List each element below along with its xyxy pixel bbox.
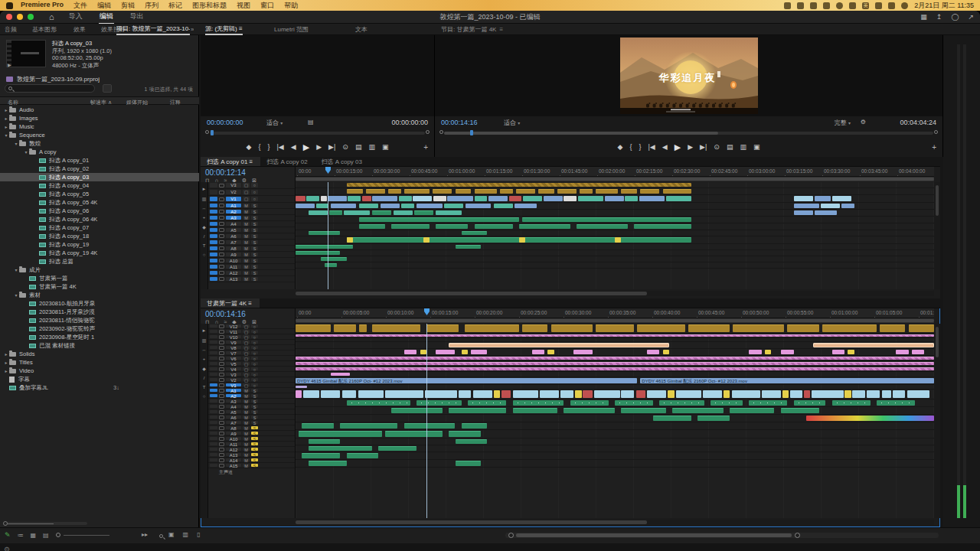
timeline-clip[interactable] <box>296 251 340 255</box>
lock-icon[interactable] <box>219 362 224 366</box>
timeline-hscrollbar[interactable] <box>505 533 939 538</box>
timeline-clip[interactable] <box>347 237 353 243</box>
timeline-clip[interactable] <box>471 350 487 354</box>
timeline-clip[interactable] <box>781 408 819 413</box>
timeline-clip[interactable] <box>342 390 356 398</box>
track-header-A9[interactable]: A9MS <box>208 252 295 258</box>
timeline-clip[interactable] <box>749 400 787 406</box>
timeline-mid-workbar[interactable] <box>296 177 934 181</box>
slip-tool[interactable]: ◆ <box>202 366 206 371</box>
track-header-V7[interactable]: V7▢○ <box>208 350 295 356</box>
mute-button-A6[interactable]: M <box>243 416 250 419</box>
timeline-clip[interactable] <box>296 245 353 249</box>
track-header-A9[interactable]: A9MS <box>208 431 295 436</box>
timeline-clip[interactable] <box>577 224 628 229</box>
toggle-track-output-eye-icon[interactable]: ○ <box>251 197 258 201</box>
timeline-clip[interactable] <box>466 204 491 208</box>
spotlight-icon[interactable] <box>888 2 895 9</box>
track-name-A1[interactable]: A1 <box>226 389 241 392</box>
lock-icon[interactable] <box>219 383 224 387</box>
icon-view-icon[interactable]: ▦ <box>31 532 37 539</box>
track-header-A2[interactable]: A2MS <box>208 393 295 399</box>
button-editor-plus[interactable]: + <box>932 143 936 152</box>
source-target-A8[interactable] <box>210 246 217 250</box>
source-target-A2[interactable] <box>210 210 217 214</box>
track-header-V12[interactable]: V12▢○ <box>208 324 295 329</box>
track-header-A6[interactable]: A6MS <box>208 415 295 420</box>
timeline-clip[interactable] <box>475 189 497 194</box>
toggle-track-output-eye-icon[interactable]: ○ <box>251 373 258 376</box>
timeline-clip[interactable] <box>730 408 774 413</box>
tree-item[interactable]: 扫选 A copy_19 <box>0 240 199 249</box>
mute-button-A8[interactable]: M <box>243 426 250 429</box>
extract-button[interactable]: ▥ <box>368 143 375 151</box>
source-target-V8[interactable] <box>210 346 217 349</box>
timeline-clip[interactable] <box>321 390 340 398</box>
timeline-clip[interactable] <box>456 439 488 444</box>
track-name-V12[interactable]: V12 <box>226 324 241 328</box>
timeline-clip[interactable] <box>462 423 487 429</box>
settings-wrench-icon[interactable]: ⚙ <box>861 119 866 126</box>
ripple-edit-tool[interactable]: ↔ <box>202 347 207 352</box>
timeline-clip[interactable] <box>540 390 559 398</box>
lock-icon[interactable] <box>219 335 224 339</box>
lock-icon[interactable] <box>219 330 224 334</box>
sync-lock-icon[interactable]: ▢ <box>243 335 250 338</box>
add-marker-button[interactable]: ◆ <box>618 143 623 151</box>
sync-lock-icon[interactable]: ▢ <box>243 367 250 370</box>
track-name-A6[interactable]: A6 <box>226 234 241 238</box>
track-name-V2[interactable]: V2 <box>226 190 241 194</box>
tab-project[interactable]: 项目: 敦煌第一篇_2023-10-09≡ <box>116 24 190 35</box>
battery-icon[interactable] <box>901 2 908 9</box>
timeline-clip[interactable]: DYDY 4615 Gimbal 配乐 2160P Oct- #12 2023.… <box>296 378 637 383</box>
timeline-clip[interactable] <box>306 196 319 201</box>
timeline-clip[interactable] <box>647 390 666 398</box>
timeline-clip[interactable] <box>580 189 593 194</box>
timeline-clip[interactable] <box>388 189 401 194</box>
pen-tool[interactable]: / <box>204 376 205 380</box>
track-name-A10[interactable]: A10 <box>226 259 241 262</box>
timeline-clip[interactable] <box>790 390 803 398</box>
toggle-track-output-eye-icon[interactable]: ○ <box>251 341 258 344</box>
timeline-clip[interactable] <box>309 231 341 235</box>
timeline-clip[interactable] <box>848 350 854 354</box>
workspace-tab-导出[interactable]: 导出 <box>129 11 145 24</box>
source-target-A2[interactable] <box>210 394 217 397</box>
solo-button-A10[interactable]: S <box>251 437 258 440</box>
project-hscrollbar[interactable] <box>3 522 87 525</box>
source-target-V1[interactable] <box>210 197 217 201</box>
lock-icon[interactable] <box>219 453 224 457</box>
mark-out-button[interactable]: } <box>639 143 641 151</box>
timeline-clip[interactable] <box>309 439 341 444</box>
track-name-A8[interactable]: A8 <box>226 426 241 429</box>
lock-icon[interactable] <box>219 246 224 250</box>
menu-5[interactable]: 标记 <box>168 1 182 11</box>
track-header-V3[interactable]: V3▢○ <box>208 182 295 189</box>
track-name-V6[interactable]: V6 <box>226 357 241 360</box>
timeline-clip[interactable] <box>583 390 593 398</box>
timeline-clip[interactable] <box>378 446 416 451</box>
timeline-clip[interactable] <box>668 390 674 398</box>
tree-arrow[interactable]: ▾ <box>13 267 19 272</box>
timeline-clip[interactable] <box>724 390 730 398</box>
tree-item[interactable]: ▸Titles <box>0 358 199 367</box>
tab-program[interactable]: 节目: 甘肃第一篇 4K≡ <box>441 24 503 35</box>
timeline-clip[interactable] <box>781 350 794 354</box>
track-header-A5[interactable]: A5MS <box>208 227 295 233</box>
delete-icon[interactable]: ▯ <box>197 531 200 538</box>
lift-button[interactable]: ▤ <box>727 143 733 151</box>
track-header-A5[interactable]: A5MS <box>208 409 295 415</box>
track-select-tool[interactable]: ▥ <box>202 337 207 343</box>
tree-item[interactable]: 扫选 A copy_05 4K <box>0 198 199 207</box>
menu-4[interactable]: 序列 <box>145 1 158 11</box>
timeline-clip[interactable] <box>513 390 538 398</box>
lock-icon[interactable] <box>219 399 224 403</box>
timeline-clip[interactable] <box>459 390 472 398</box>
solo-button-A2[interactable]: S <box>251 394 258 397</box>
go-to-in-button[interactable]: |◀ <box>277 143 284 151</box>
timeline-clip[interactable] <box>404 189 430 194</box>
track-header-A7[interactable]: A7MS <box>208 240 295 246</box>
tree-item[interactable]: 20230811-情侣骑骆驼 <box>0 316 199 324</box>
timeline-clip[interactable] <box>867 390 880 398</box>
source-target-V10[interactable] <box>210 335 217 338</box>
